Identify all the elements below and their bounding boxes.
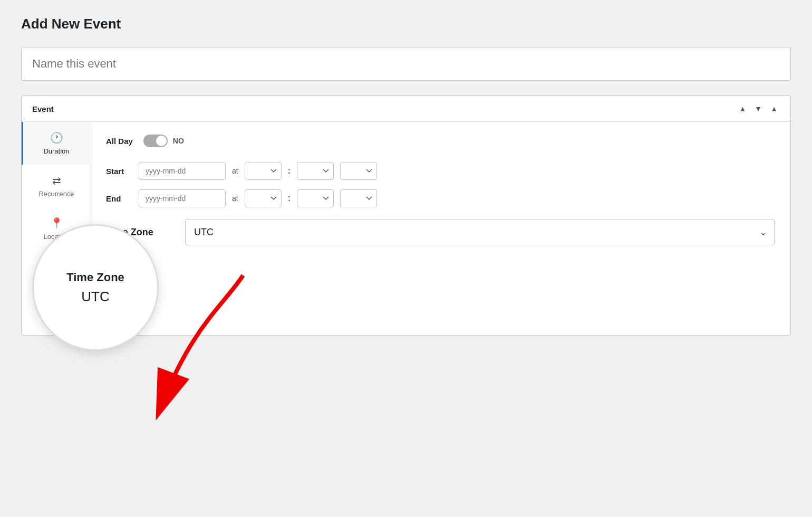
end-minute-select[interactable]	[297, 189, 334, 207]
location-icon: 📍	[50, 217, 63, 229]
event-name-input[interactable]	[32, 57, 780, 71]
timezone-row: Time Zone UTC ⌄	[106, 219, 775, 245]
end-colon: :	[288, 194, 291, 203]
panel-title: Event	[32, 104, 54, 113]
sidebar-tab-duration-label: Duration	[43, 147, 69, 155]
end-hour-select[interactable]	[245, 189, 282, 207]
end-date-input[interactable]	[139, 189, 226, 207]
start-ampm-select[interactable]	[340, 162, 377, 180]
panel-down-button[interactable]: ▼	[752, 103, 764, 114]
all-day-row: All Day NO	[106, 135, 775, 147]
timezone-select-wrapper: UTC ⌄	[185, 219, 775, 245]
all-day-toggle[interactable]	[143, 135, 168, 147]
start-date-input[interactable]	[139, 162, 226, 180]
magnifier-content: Time Zone UTC	[56, 260, 135, 315]
toggle-state-label: NO	[173, 137, 184, 145]
end-date-row: End at :	[106, 189, 775, 207]
start-colon: :	[288, 166, 291, 176]
start-label: Start	[106, 167, 132, 176]
start-at-text: at	[232, 167, 238, 175]
end-ampm-select[interactable]	[340, 189, 377, 207]
timezone-select[interactable]: UTC	[185, 219, 775, 245]
page-title: Add New Event	[21, 16, 791, 32]
panel-controls: ▲ ▼ ▲	[737, 103, 780, 114]
magnifier-timezone-label: Time Zone	[66, 271, 124, 284]
all-day-label: All Day	[106, 137, 133, 146]
panel-collapse-button[interactable]: ▲	[768, 103, 780, 114]
sidebar-tab-duration[interactable]: 🕐 Duration	[22, 122, 90, 165]
magnifier-circle: Time Zone UTC	[32, 224, 159, 351]
panel-up-button[interactable]: ▲	[737, 103, 748, 114]
sidebar-tab-recurrence[interactable]: ⇄ Recurrence	[22, 165, 90, 207]
event-name-wrapper	[21, 47, 791, 81]
magnifier-utc-value: UTC	[66, 289, 124, 305]
toggle-wrapper: NO	[143, 135, 184, 147]
recurrence-icon: ⇄	[52, 174, 61, 187]
panel-header: Event ▲ ▼ ▲	[22, 96, 790, 122]
main-content: All Day NO Start at :	[90, 122, 790, 335]
sidebar-tab-recurrence-label: Recurrence	[38, 190, 74, 198]
clock-icon: 🕐	[50, 131, 63, 144]
event-panel: Event ▲ ▼ ▲ 🕐 Duration ⇄ Recurrence 📍 Lo…	[21, 95, 791, 336]
start-minute-select[interactable]	[297, 162, 334, 180]
start-hour-select[interactable]	[245, 162, 282, 180]
start-date-row: Start at :	[106, 162, 775, 180]
end-label: End	[106, 194, 132, 203]
end-at-text: at	[232, 194, 238, 203]
